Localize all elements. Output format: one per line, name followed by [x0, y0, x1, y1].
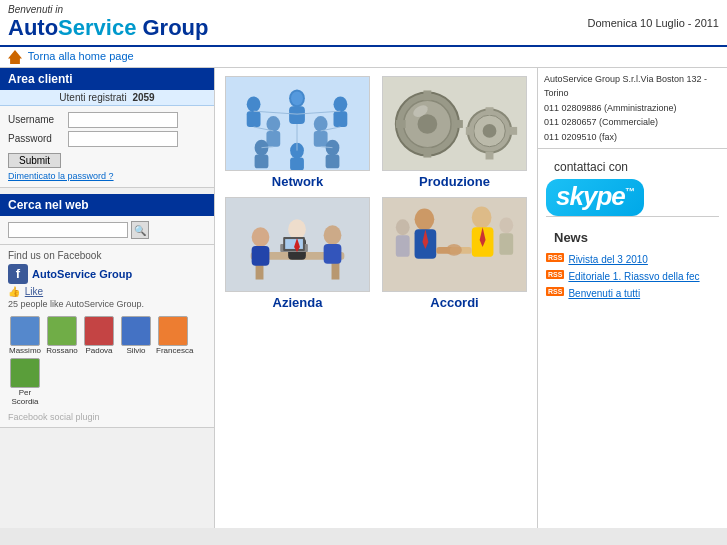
- svg-point-4: [247, 96, 261, 112]
- rss-icon-1: RSS: [546, 270, 564, 279]
- find-on-facebook-text: Find us on Facebook: [8, 250, 206, 261]
- fb-avatar-francesca: Francesca: [156, 316, 190, 355]
- svg-point-47: [288, 219, 306, 239]
- logo-auto: Auto: [8, 15, 58, 40]
- skype-icon: skype™: [546, 179, 644, 216]
- svg-rect-9: [333, 111, 347, 127]
- svg-rect-15: [290, 158, 304, 171]
- search-button[interactable]: 🔍: [131, 221, 149, 239]
- username-label: Username: [8, 114, 68, 125]
- svg-point-64: [396, 219, 410, 235]
- svg-rect-3: [289, 106, 305, 124]
- contact-section: contattaci con skype™: [538, 149, 727, 220]
- entra-button[interactable]: Entra: [8, 153, 61, 168]
- news-item-0: RSS Rivista del 3 2010: [546, 253, 719, 266]
- svg-rect-67: [499, 233, 513, 255]
- fb-like-label[interactable]: Like: [25, 286, 43, 297]
- produzione-svg: [383, 76, 526, 171]
- produzione-label: Produzione: [419, 174, 490, 189]
- password-label: Password: [8, 133, 68, 144]
- svg-rect-39: [509, 127, 517, 135]
- fb-avatar-rossano: Rossano: [45, 316, 79, 355]
- azienda-image: [225, 197, 370, 292]
- logo-service: Service: [58, 15, 136, 40]
- network-label: Network: [272, 174, 323, 189]
- svg-point-2: [291, 92, 303, 106]
- login-form: Username Password Entra Dimenticato la p…: [0, 106, 214, 188]
- svg-rect-53: [285, 239, 303, 249]
- fb-avatar-massimo: Massimo: [8, 316, 42, 355]
- username-input[interactable]: [68, 112, 178, 128]
- phone-fax: 011 0209510 (fax): [544, 132, 617, 142]
- facebook-widget: Find us on Facebook f AutoService Group …: [0, 245, 214, 428]
- svg-rect-50: [324, 244, 342, 264]
- password-input[interactable]: [68, 131, 178, 147]
- news-section: News RSS Rivista del 3 2010 RSS Editoria…: [538, 220, 727, 308]
- grid-item-network[interactable]: Network: [223, 76, 372, 189]
- search-input[interactable]: [8, 222, 128, 238]
- address-text: AutoService Group S.r.l.Via Boston 132 -…: [544, 74, 707, 98]
- svg-rect-36: [486, 107, 494, 115]
- svg-point-56: [415, 209, 435, 231]
- cerca-header: Cerca nel web: [0, 194, 214, 216]
- fb-avatar-perscordia: Per Scordia: [8, 358, 42, 406]
- svg-point-8: [333, 96, 347, 112]
- svg-point-59: [472, 207, 492, 229]
- benvenuti-text: Benvenuti in: [8, 4, 209, 15]
- svg-rect-32: [453, 120, 463, 128]
- svg-rect-17: [326, 155, 340, 169]
- area-clienti-header: Area clienti: [0, 68, 214, 90]
- produzione-image: [382, 76, 527, 171]
- network-svg: [226, 76, 369, 171]
- password-row: Password: [8, 131, 206, 147]
- svg-point-68: [446, 244, 462, 256]
- svg-point-66: [499, 217, 513, 233]
- home-icon: [8, 50, 22, 64]
- utenti-label: Utenti registrati: [59, 92, 126, 103]
- forgot-password-link[interactable]: Dimenticato la password ?: [8, 171, 206, 181]
- svg-rect-65: [396, 235, 410, 257]
- news-link-0[interactable]: Rivista del 3 2010: [568, 253, 648, 266]
- grid-item-produzione[interactable]: Produzione: [380, 76, 529, 189]
- logo: AutoService Group: [8, 15, 209, 41]
- svg-rect-30: [423, 148, 431, 158]
- azienda-svg: [226, 197, 369, 292]
- fb-avatar-silvio: Silvio: [119, 316, 153, 355]
- header-date: Domenica 10 Luglio - 2011: [588, 17, 719, 29]
- home-link[interactable]: Torna alla home page: [28, 50, 134, 62]
- svg-rect-31: [396, 120, 406, 128]
- grid-item-azienda[interactable]: Azienda: [223, 197, 372, 310]
- sidebar: Area clienti Utenti registrati 2059 User…: [0, 68, 215, 528]
- fb-avatars-container: Massimo Rossano Padova Silvio: [8, 313, 206, 406]
- rss-badge-1: RSS: [546, 270, 565, 279]
- fb-page-name[interactable]: AutoService Group: [32, 268, 132, 280]
- grid-item-accordi[interactable]: Accordi: [380, 197, 529, 310]
- azienda-label: Azienda: [273, 295, 323, 310]
- rss-badge-0: RSS: [546, 253, 565, 262]
- right-sidebar: AutoService Group S.r.l.Via Boston 132 -…: [537, 68, 727, 528]
- accordi-image: [382, 197, 527, 292]
- svg-point-28: [418, 114, 438, 134]
- svg-rect-11: [314, 131, 328, 147]
- utenti-registrati: Utenti registrati 2059: [0, 90, 214, 106]
- svg-rect-46: [252, 246, 270, 266]
- svg-point-45: [252, 227, 270, 247]
- utenti-count: 2059: [132, 92, 154, 103]
- svg-point-49: [324, 225, 342, 245]
- news-item-1: RSS Editoriale 1. Riassvo della fec: [546, 270, 719, 283]
- rss-icon-0: RSS: [546, 253, 564, 262]
- svg-rect-38: [466, 127, 474, 135]
- news-link-1[interactable]: Editoriale 1. Riassvo della fec: [568, 270, 699, 283]
- header: Benvenuti in AutoService Group Domenica …: [0, 0, 727, 47]
- svg-rect-13: [255, 155, 269, 169]
- rss-icon-2: RSS: [546, 287, 564, 296]
- logo-group: Group: [136, 15, 208, 40]
- news-header: News: [546, 224, 719, 249]
- accordi-label: Accordi: [430, 295, 478, 310]
- thumbs-up-icon: 👍: [8, 286, 20, 297]
- news-link-2[interactable]: Benvenuti a tutti: [568, 287, 640, 300]
- username-row: Username: [8, 112, 206, 128]
- news-item-2: RSS Benvenuti a tutti: [546, 287, 719, 300]
- center-content: Network: [215, 68, 537, 528]
- accordi-svg: [383, 197, 526, 292]
